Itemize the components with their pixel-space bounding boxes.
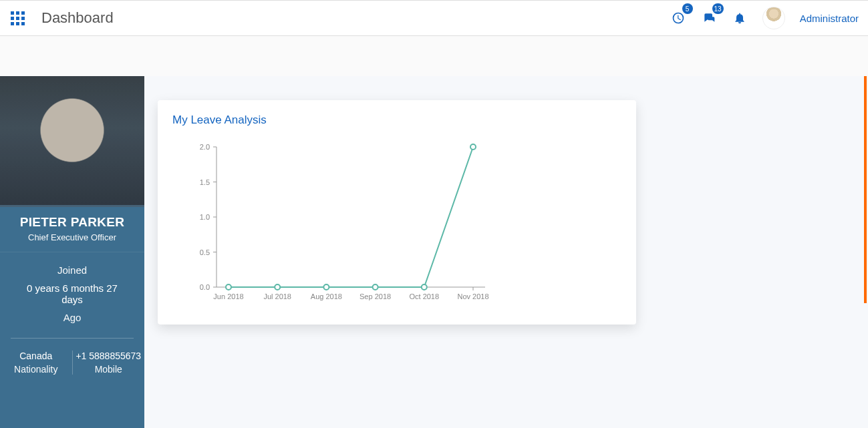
clock-badge: 5 <box>682 3 693 14</box>
mobile-label: Mobile <box>76 364 142 375</box>
joined-block: Joined 0 years 6 months 27 days Ago <box>11 252 134 339</box>
joined-duration: 0 years 6 months 27 days <box>17 282 127 305</box>
employee-role: Chief Executive Officer <box>5 232 139 242</box>
profile-name-block: PIETER PARKER Chief Executive Officer <box>0 207 144 252</box>
svg-point-22 <box>226 284 231 290</box>
chat-icon <box>702 11 716 25</box>
svg-text:0.0: 0.0 <box>200 283 210 291</box>
chat-badge: 13 <box>712 3 724 14</box>
notifications-button[interactable] <box>732 10 748 26</box>
profile-info-row: Canada Nationality +1 5888855673 Mobile <box>0 339 144 375</box>
topbar: Dashboard 5 13 Administrator <box>0 0 868 36</box>
apps-grid-icon <box>11 11 25 25</box>
leave-analysis-chart: 0.00.51.01.52.0Jun 2018Jul 2018Aug 2018S… <box>184 140 492 307</box>
profile-photo <box>0 76 144 207</box>
clock-button[interactable]: 5 <box>670 10 686 26</box>
svg-text:Jun 2018: Jun 2018 <box>213 292 243 300</box>
profile-sidebar: PIETER PARKER Chief Executive Officer Jo… <box>0 76 144 428</box>
page-title: Dashboard <box>41 9 114 27</box>
leave-analysis-card: My Leave Analysis 0.00.51.01.52.0Jun 201… <box>158 100 636 325</box>
svg-text:Oct 2018: Oct 2018 <box>409 292 439 300</box>
scroll-indicator[interactable] <box>864 76 867 303</box>
employee-name: PIETER PARKER <box>5 215 139 230</box>
svg-point-23 <box>275 284 280 290</box>
main-area: PIETER PARKER Chief Executive Officer Jo… <box>0 76 868 428</box>
svg-text:1.0: 1.0 <box>200 213 210 221</box>
card-title: My Leave Analysis <box>172 114 621 127</box>
nationality-label: Nationality <box>3 364 69 375</box>
svg-text:1.5: 1.5 <box>200 178 210 186</box>
user-avatar[interactable] <box>762 7 785 29</box>
svg-point-25 <box>373 284 378 290</box>
mobile-cell: +1 5888855673 Mobile <box>72 351 145 375</box>
svg-point-27 <box>470 144 476 150</box>
messages-button[interactable]: 13 <box>701 10 717 26</box>
nationality-value: Canada <box>3 351 69 361</box>
joined-ago: Ago <box>17 312 127 323</box>
svg-text:Jul 2018: Jul 2018 <box>263 292 291 300</box>
svg-point-26 <box>422 284 427 290</box>
bell-icon <box>733 11 746 25</box>
svg-point-24 <box>323 284 329 290</box>
sub-header-band <box>0 36 868 76</box>
svg-text:Nov 2018: Nov 2018 <box>457 292 488 300</box>
svg-text:0.5: 0.5 <box>200 248 210 256</box>
joined-label: Joined <box>17 264 127 276</box>
svg-text:Aug 2018: Aug 2018 <box>311 292 342 300</box>
content-pane: My Leave Analysis 0.00.51.01.52.0Jun 201… <box>144 76 868 428</box>
nationality-cell: Canada Nationality <box>0 351 72 375</box>
svg-text:2.0: 2.0 <box>200 143 210 151</box>
topbar-actions: 5 13 Administrator <box>670 7 859 29</box>
clock-icon <box>672 11 685 25</box>
mobile-value: +1 5888855673 <box>76 351 142 361</box>
apps-menu-button[interactable] <box>7 7 28 29</box>
user-menu[interactable]: Administrator <box>800 13 859 24</box>
svg-text:Sep 2018: Sep 2018 <box>359 292 391 300</box>
